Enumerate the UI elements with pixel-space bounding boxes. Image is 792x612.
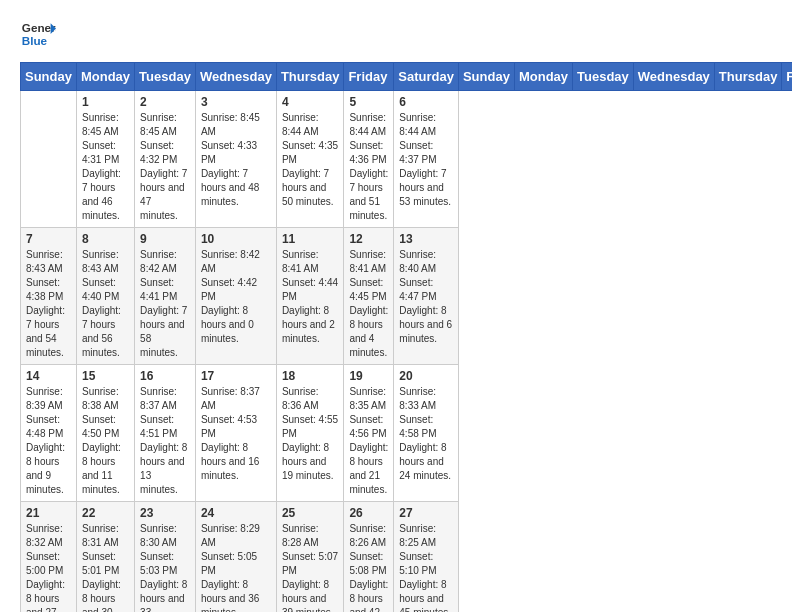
day-info: Sunrise: 8:37 AMSunset: 4:51 PMDaylight:…: [140, 385, 190, 497]
day-info: Sunrise: 8:44 AMSunset: 4:36 PMDaylight:…: [349, 111, 388, 223]
day-of-week-header: Thursday: [276, 63, 344, 91]
day-number: 3: [201, 95, 271, 109]
day-number: 23: [140, 506, 190, 520]
calendar-day-cell: 13Sunrise: 8:40 AMSunset: 4:47 PMDayligh…: [394, 228, 459, 365]
day-number: 26: [349, 506, 388, 520]
day-info: Sunrise: 8:36 AMSunset: 4:55 PMDaylight:…: [282, 385, 339, 483]
day-info: Sunrise: 8:37 AMSunset: 4:53 PMDaylight:…: [201, 385, 271, 483]
day-number: 8: [82, 232, 129, 246]
day-info: Sunrise: 8:41 AMSunset: 4:45 PMDaylight:…: [349, 248, 388, 360]
day-info: Sunrise: 8:44 AMSunset: 4:35 PMDaylight:…: [282, 111, 339, 209]
weekday-header: Friday: [782, 63, 792, 91]
calendar-day-cell: 6Sunrise: 8:44 AMSunset: 4:37 PMDaylight…: [394, 91, 459, 228]
day-of-week-header: Monday: [76, 63, 134, 91]
day-of-week-header: Wednesday: [195, 63, 276, 91]
calendar-day-cell: 19Sunrise: 8:35 AMSunset: 4:56 PMDayligh…: [344, 365, 394, 502]
day-number: 5: [349, 95, 388, 109]
day-info: Sunrise: 8:28 AMSunset: 5:07 PMDaylight:…: [282, 522, 339, 612]
calendar-day-cell: 20Sunrise: 8:33 AMSunset: 4:58 PMDayligh…: [394, 365, 459, 502]
calendar-day-cell: 17Sunrise: 8:37 AMSunset: 4:53 PMDayligh…: [195, 365, 276, 502]
day-info: Sunrise: 8:42 AMSunset: 4:42 PMDaylight:…: [201, 248, 271, 346]
day-of-week-header: Tuesday: [135, 63, 196, 91]
day-info: Sunrise: 8:40 AMSunset: 4:47 PMDaylight:…: [399, 248, 453, 346]
day-info: Sunrise: 8:41 AMSunset: 4:44 PMDaylight:…: [282, 248, 339, 346]
day-number: 11: [282, 232, 339, 246]
calendar-week-row: 1Sunrise: 8:45 AMSunset: 4:31 PMDaylight…: [21, 91, 793, 228]
day-number: 2: [140, 95, 190, 109]
day-info: Sunrise: 8:29 AMSunset: 5:05 PMDaylight:…: [201, 522, 271, 612]
weekday-header: Monday: [514, 63, 572, 91]
weekday-header: Wednesday: [633, 63, 714, 91]
day-info: Sunrise: 8:43 AMSunset: 4:40 PMDaylight:…: [82, 248, 129, 360]
day-info: Sunrise: 8:45 AMSunset: 4:32 PMDaylight:…: [140, 111, 190, 223]
calendar-day-cell: 26Sunrise: 8:26 AMSunset: 5:08 PMDayligh…: [344, 502, 394, 613]
day-number: 25: [282, 506, 339, 520]
day-info: Sunrise: 8:35 AMSunset: 4:56 PMDaylight:…: [349, 385, 388, 497]
calendar-day-cell: 18Sunrise: 8:36 AMSunset: 4:55 PMDayligh…: [276, 365, 344, 502]
day-number: 22: [82, 506, 129, 520]
day-number: 4: [282, 95, 339, 109]
calendar-day-cell: [21, 91, 77, 228]
day-number: 6: [399, 95, 453, 109]
day-number: 14: [26, 369, 71, 383]
day-info: Sunrise: 8:38 AMSunset: 4:50 PMDaylight:…: [82, 385, 129, 497]
day-of-week-header: Friday: [344, 63, 394, 91]
calendar-day-cell: 9Sunrise: 8:42 AMSunset: 4:41 PMDaylight…: [135, 228, 196, 365]
day-info: Sunrise: 8:25 AMSunset: 5:10 PMDaylight:…: [399, 522, 453, 612]
calendar-week-row: 7Sunrise: 8:43 AMSunset: 4:38 PMDaylight…: [21, 228, 793, 365]
weekday-header: Tuesday: [573, 63, 634, 91]
day-number: 17: [201, 369, 271, 383]
day-number: 21: [26, 506, 71, 520]
day-number: 18: [282, 369, 339, 383]
calendar-day-cell: 23Sunrise: 8:30 AMSunset: 5:03 PMDayligh…: [135, 502, 196, 613]
day-info: Sunrise: 8:43 AMSunset: 4:38 PMDaylight:…: [26, 248, 71, 360]
calendar-day-cell: 25Sunrise: 8:28 AMSunset: 5:07 PMDayligh…: [276, 502, 344, 613]
day-number: 13: [399, 232, 453, 246]
calendar-header-row: SundayMondayTuesdayWednesdayThursdayFrid…: [21, 63, 793, 91]
day-number: 15: [82, 369, 129, 383]
day-info: Sunrise: 8:45 AMSunset: 4:33 PMDaylight:…: [201, 111, 271, 209]
calendar-day-cell: 3Sunrise: 8:45 AMSunset: 4:33 PMDaylight…: [195, 91, 276, 228]
calendar-table: SundayMondayTuesdayWednesdayThursdayFrid…: [20, 62, 792, 612]
day-number: 19: [349, 369, 388, 383]
calendar-day-cell: 7Sunrise: 8:43 AMSunset: 4:38 PMDaylight…: [21, 228, 77, 365]
day-info: Sunrise: 8:31 AMSunset: 5:01 PMDaylight:…: [82, 522, 129, 612]
page-header: General Blue: [20, 16, 772, 52]
day-info: Sunrise: 8:44 AMSunset: 4:37 PMDaylight:…: [399, 111, 453, 209]
calendar-day-cell: 2Sunrise: 8:45 AMSunset: 4:32 PMDaylight…: [135, 91, 196, 228]
calendar-day-cell: 27Sunrise: 8:25 AMSunset: 5:10 PMDayligh…: [394, 502, 459, 613]
calendar-day-cell: 14Sunrise: 8:39 AMSunset: 4:48 PMDayligh…: [21, 365, 77, 502]
day-number: 12: [349, 232, 388, 246]
calendar-day-cell: 1Sunrise: 8:45 AMSunset: 4:31 PMDaylight…: [76, 91, 134, 228]
day-info: Sunrise: 8:33 AMSunset: 4:58 PMDaylight:…: [399, 385, 453, 483]
weekday-header: Sunday: [458, 63, 514, 91]
day-info: Sunrise: 8:42 AMSunset: 4:41 PMDaylight:…: [140, 248, 190, 360]
day-number: 24: [201, 506, 271, 520]
day-info: Sunrise: 8:45 AMSunset: 4:31 PMDaylight:…: [82, 111, 129, 223]
calendar-week-row: 21Sunrise: 8:32 AMSunset: 5:00 PMDayligh…: [21, 502, 793, 613]
calendar-day-cell: 12Sunrise: 8:41 AMSunset: 4:45 PMDayligh…: [344, 228, 394, 365]
calendar-day-cell: 24Sunrise: 8:29 AMSunset: 5:05 PMDayligh…: [195, 502, 276, 613]
day-number: 1: [82, 95, 129, 109]
day-number: 7: [26, 232, 71, 246]
day-of-week-header: Saturday: [394, 63, 459, 91]
calendar-day-cell: 16Sunrise: 8:37 AMSunset: 4:51 PMDayligh…: [135, 365, 196, 502]
logo-icon: General Blue: [20, 16, 56, 52]
day-info: Sunrise: 8:32 AMSunset: 5:00 PMDaylight:…: [26, 522, 71, 612]
day-info: Sunrise: 8:39 AMSunset: 4:48 PMDaylight:…: [26, 385, 71, 497]
day-number: 10: [201, 232, 271, 246]
day-of-week-header: Sunday: [21, 63, 77, 91]
day-number: 27: [399, 506, 453, 520]
calendar-day-cell: 22Sunrise: 8:31 AMSunset: 5:01 PMDayligh…: [76, 502, 134, 613]
calendar-day-cell: 15Sunrise: 8:38 AMSunset: 4:50 PMDayligh…: [76, 365, 134, 502]
svg-text:Blue: Blue: [22, 34, 48, 47]
day-info: Sunrise: 8:26 AMSunset: 5:08 PMDaylight:…: [349, 522, 388, 612]
day-number: 16: [140, 369, 190, 383]
day-info: Sunrise: 8:30 AMSunset: 5:03 PMDaylight:…: [140, 522, 190, 612]
calendar-day-cell: 5Sunrise: 8:44 AMSunset: 4:36 PMDaylight…: [344, 91, 394, 228]
weekday-header: Thursday: [714, 63, 782, 91]
calendar-day-cell: 10Sunrise: 8:42 AMSunset: 4:42 PMDayligh…: [195, 228, 276, 365]
calendar-day-cell: 11Sunrise: 8:41 AMSunset: 4:44 PMDayligh…: [276, 228, 344, 365]
calendar-day-cell: 8Sunrise: 8:43 AMSunset: 4:40 PMDaylight…: [76, 228, 134, 365]
calendar-day-cell: 21Sunrise: 8:32 AMSunset: 5:00 PMDayligh…: [21, 502, 77, 613]
